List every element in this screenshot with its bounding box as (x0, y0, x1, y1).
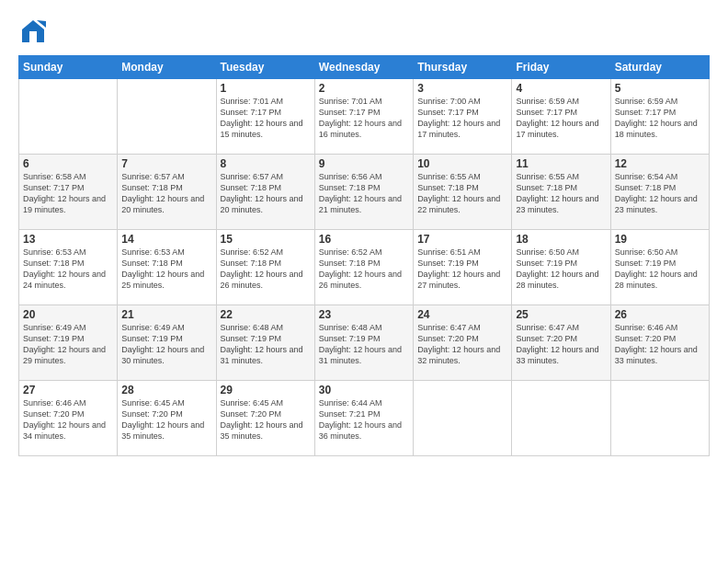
day-number: 20 (23, 308, 113, 321)
day-info: Sunrise: 6:45 AM Sunset: 7:20 PM Dayligh… (221, 397, 311, 442)
week-row-2: 6Sunrise: 6:58 AM Sunset: 7:17 PM Daylig… (19, 155, 710, 230)
day-cell-23: 23Sunrise: 6:48 AM Sunset: 7:19 PM Dayli… (314, 305, 413, 381)
page: SundayMondayTuesdayWednesdayThursdayFrid… (0, 0, 728, 563)
day-info: Sunrise: 6:44 AM Sunset: 7:21 PM Dayligh… (319, 397, 409, 442)
day-number: 25 (516, 308, 606, 321)
empty-cell (414, 381, 512, 456)
day-number: 4 (516, 82, 606, 95)
day-number: 7 (121, 157, 211, 170)
day-number: 17 (417, 233, 507, 246)
day-info: Sunrise: 6:58 AM Sunset: 7:17 PM Dayligh… (23, 171, 113, 216)
day-info: Sunrise: 6:59 AM Sunset: 7:17 PM Dayligh… (516, 96, 606, 141)
day-number: 19 (615, 233, 705, 246)
day-number: 24 (417, 308, 507, 321)
day-info: Sunrise: 6:59 AM Sunset: 7:17 PM Dayligh… (615, 96, 705, 141)
day-info: Sunrise: 6:49 AM Sunset: 7:19 PM Dayligh… (23, 322, 113, 367)
week-row-3: 13Sunrise: 6:53 AM Sunset: 7:18 PM Dayli… (19, 230, 710, 305)
weekday-header-tuesday: Tuesday (216, 56, 314, 79)
day-cell-2: 2Sunrise: 7:01 AM Sunset: 7:17 PM Daylig… (314, 79, 413, 155)
day-cell-15: 15Sunrise: 6:52 AM Sunset: 7:18 PM Dayli… (216, 230, 314, 305)
day-cell-20: 20Sunrise: 6:49 AM Sunset: 7:19 PM Dayli… (19, 305, 118, 381)
day-number: 1 (221, 82, 311, 95)
header (18, 17, 710, 46)
day-cell-10: 10Sunrise: 6:55 AM Sunset: 7:18 PM Dayli… (414, 155, 512, 230)
day-cell-30: 30Sunrise: 6:44 AM Sunset: 7:21 PM Dayli… (314, 381, 413, 456)
day-cell-6: 6Sunrise: 6:58 AM Sunset: 7:17 PM Daylig… (19, 155, 118, 230)
day-cell-21: 21Sunrise: 6:49 AM Sunset: 7:19 PM Dayli… (118, 305, 216, 381)
week-row-5: 27Sunrise: 6:46 AM Sunset: 7:20 PM Dayli… (19, 381, 710, 456)
day-info: Sunrise: 7:01 AM Sunset: 7:17 PM Dayligh… (221, 96, 311, 141)
day-number: 8 (221, 157, 311, 170)
day-cell-12: 12Sunrise: 6:54 AM Sunset: 7:18 PM Dayli… (610, 155, 709, 230)
day-cell-11: 11Sunrise: 6:55 AM Sunset: 7:18 PM Dayli… (512, 155, 610, 230)
day-cell-24: 24Sunrise: 6:47 AM Sunset: 7:20 PM Dayli… (414, 305, 512, 381)
day-info: Sunrise: 6:48 AM Sunset: 7:19 PM Dayligh… (319, 322, 409, 367)
day-number: 28 (121, 384, 211, 396)
day-info: Sunrise: 7:00 AM Sunset: 7:17 PM Dayligh… (417, 96, 507, 141)
day-number: 13 (23, 233, 113, 246)
empty-cell (512, 381, 610, 456)
day-number: 26 (615, 308, 705, 321)
day-info: Sunrise: 6:53 AM Sunset: 7:18 PM Dayligh… (23, 247, 113, 292)
day-number: 9 (319, 157, 409, 170)
day-info: Sunrise: 6:56 AM Sunset: 7:18 PM Dayligh… (319, 171, 409, 216)
day-cell-25: 25Sunrise: 6:47 AM Sunset: 7:20 PM Dayli… (512, 305, 610, 381)
day-info: Sunrise: 6:50 AM Sunset: 7:19 PM Dayligh… (516, 247, 606, 292)
logo (18, 17, 51, 46)
day-number: 5 (615, 82, 705, 95)
day-info: Sunrise: 6:48 AM Sunset: 7:19 PM Dayligh… (221, 322, 311, 367)
day-cell-14: 14Sunrise: 6:53 AM Sunset: 7:18 PM Dayli… (118, 230, 216, 305)
day-info: Sunrise: 6:45 AM Sunset: 7:20 PM Dayligh… (121, 397, 211, 442)
week-row-4: 20Sunrise: 6:49 AM Sunset: 7:19 PM Dayli… (19, 305, 710, 381)
day-info: Sunrise: 6:54 AM Sunset: 7:18 PM Dayligh… (615, 171, 705, 216)
day-info: Sunrise: 6:46 AM Sunset: 7:20 PM Dayligh… (615, 322, 705, 367)
day-number: 12 (615, 157, 705, 170)
day-cell-19: 19Sunrise: 6:50 AM Sunset: 7:19 PM Dayli… (610, 230, 709, 305)
day-info: Sunrise: 7:01 AM Sunset: 7:17 PM Dayligh… (319, 96, 409, 141)
svg-rect-2 (29, 31, 37, 42)
weekday-header-sunday: Sunday (19, 56, 118, 79)
day-cell-5: 5Sunrise: 6:59 AM Sunset: 7:17 PM Daylig… (610, 79, 709, 155)
day-number: 21 (121, 308, 211, 321)
day-number: 14 (121, 233, 211, 246)
day-number: 2 (319, 82, 409, 95)
weekday-header-row: SundayMondayTuesdayWednesdayThursdayFrid… (19, 56, 710, 79)
weekday-header-monday: Monday (118, 56, 216, 79)
day-info: Sunrise: 6:47 AM Sunset: 7:20 PM Dayligh… (417, 322, 507, 367)
day-cell-26: 26Sunrise: 6:46 AM Sunset: 7:20 PM Dayli… (610, 305, 709, 381)
day-info: Sunrise: 6:55 AM Sunset: 7:18 PM Dayligh… (417, 171, 507, 216)
weekday-header-friday: Friday (512, 56, 610, 79)
day-cell-8: 8Sunrise: 6:57 AM Sunset: 7:18 PM Daylig… (216, 155, 314, 230)
day-info: Sunrise: 6:49 AM Sunset: 7:19 PM Dayligh… (121, 322, 211, 367)
day-number: 15 (221, 233, 311, 246)
day-info: Sunrise: 6:50 AM Sunset: 7:19 PM Dayligh… (615, 247, 705, 292)
empty-cell (610, 381, 709, 456)
day-number: 18 (516, 233, 606, 246)
day-cell-28: 28Sunrise: 6:45 AM Sunset: 7:20 PM Dayli… (118, 381, 216, 456)
day-number: 11 (516, 157, 606, 170)
day-cell-1: 1Sunrise: 7:01 AM Sunset: 7:17 PM Daylig… (216, 79, 314, 155)
day-info: Sunrise: 6:52 AM Sunset: 7:18 PM Dayligh… (221, 247, 311, 292)
day-number: 29 (221, 384, 311, 396)
day-info: Sunrise: 6:52 AM Sunset: 7:18 PM Dayligh… (319, 247, 409, 292)
day-info: Sunrise: 6:53 AM Sunset: 7:18 PM Dayligh… (121, 247, 211, 292)
weekday-header-saturday: Saturday (610, 56, 709, 79)
day-number: 3 (417, 82, 507, 95)
day-info: Sunrise: 6:46 AM Sunset: 7:20 PM Dayligh… (23, 397, 113, 442)
day-number: 27 (23, 384, 113, 396)
day-info: Sunrise: 6:51 AM Sunset: 7:19 PM Dayligh… (417, 247, 507, 292)
day-number: 22 (221, 308, 311, 321)
day-cell-27: 27Sunrise: 6:46 AM Sunset: 7:20 PM Dayli… (19, 381, 118, 456)
day-cell-17: 17Sunrise: 6:51 AM Sunset: 7:19 PM Dayli… (414, 230, 512, 305)
day-cell-7: 7Sunrise: 6:57 AM Sunset: 7:18 PM Daylig… (118, 155, 216, 230)
day-cell-13: 13Sunrise: 6:53 AM Sunset: 7:18 PM Dayli… (19, 230, 118, 305)
day-number: 16 (319, 233, 409, 246)
day-number: 23 (319, 308, 409, 321)
day-number: 6 (23, 157, 113, 170)
weekday-header-thursday: Thursday (414, 56, 512, 79)
week-row-1: 1Sunrise: 7:01 AM Sunset: 7:17 PM Daylig… (19, 79, 710, 155)
calendar-table: SundayMondayTuesdayWednesdayThursdayFrid… (18, 55, 710, 456)
day-info: Sunrise: 6:57 AM Sunset: 7:18 PM Dayligh… (121, 171, 211, 216)
day-cell-29: 29Sunrise: 6:45 AM Sunset: 7:20 PM Dayli… (216, 381, 314, 456)
day-info: Sunrise: 6:57 AM Sunset: 7:18 PM Dayligh… (221, 171, 311, 216)
